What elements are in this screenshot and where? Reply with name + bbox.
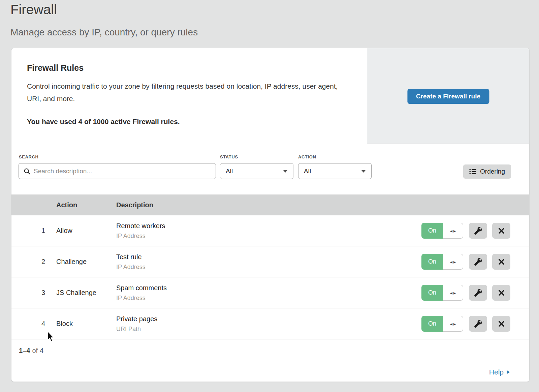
column-header-description: Description — [116, 201, 153, 209]
close-icon — [498, 320, 505, 328]
firewall-rules-card: Firewall Rules Control incoming traffic … — [11, 48, 530, 382]
close-icon — [498, 289, 505, 297]
help-link-label: Help — [489, 368, 504, 376]
ordering-button-label: Ordering — [480, 168, 505, 175]
rule-priority: 2 — [11, 258, 45, 266]
close-icon — [498, 227, 505, 235]
rules-table-body: 1 Allow Remote workers IP Address On ◂▸ — [11, 215, 529, 339]
help-bar: Help — [11, 362, 529, 382]
toggle-handle[interactable]: ◂▸ — [443, 223, 463, 239]
toggle-handle[interactable]: ◂▸ — [443, 285, 463, 301]
rule-enabled-toggle[interactable]: On ◂▸ — [421, 254, 463, 270]
chevron-down-icon — [361, 170, 366, 173]
toggle-arrows-icon: ◂▸ — [449, 259, 457, 265]
table-row: 4 Block Private pages URI Path On ◂▸ — [11, 308, 529, 339]
wrench-icon — [474, 289, 482, 297]
rule-match-type: IP Address — [116, 295, 167, 302]
action-select-value: All — [304, 168, 311, 175]
toggle-handle[interactable]: ◂▸ — [443, 316, 463, 332]
toggle-arrows-icon: ◂▸ — [449, 228, 457, 234]
rule-description: Test rule — [116, 253, 146, 261]
wrench-icon — [474, 258, 482, 266]
rule-match-type: IP Address — [116, 264, 146, 271]
rule-action: Block — [56, 320, 116, 328]
search-input[interactable] — [34, 168, 211, 175]
rules-intro-side-panel: Create a Firewall rule — [367, 48, 529, 144]
filters-bar: SEARCH STATUS All ACTION All — [11, 144, 529, 194]
close-icon — [498, 258, 505, 266]
toggle-on-segment[interactable]: On — [421, 316, 443, 332]
create-firewall-rule-button[interactable]: Create a Firewall rule — [407, 89, 489, 104]
wrench-icon — [474, 320, 482, 328]
mouse-cursor-icon — [47, 331, 55, 343]
ordering-list-icon — [469, 168, 477, 175]
toggle-arrows-icon: ◂▸ — [449, 290, 457, 296]
delete-rule-button[interactable] — [492, 254, 510, 270]
chevron-down-icon — [283, 170, 288, 173]
rule-description: Remote workers — [116, 222, 165, 230]
pagination-of: of — [32, 347, 38, 355]
rule-match-type: IP Address — [116, 233, 165, 240]
column-header-action: Action — [56, 201, 116, 209]
pagination-total: 4 — [40, 347, 43, 355]
delete-rule-button[interactable] — [492, 223, 510, 239]
toggle-on-segment[interactable]: On — [421, 285, 443, 301]
rules-intro-section: Firewall Rules Control incoming traffic … — [11, 48, 529, 144]
page-subtitle: Manage access by IP, country, or query r… — [10, 27, 198, 38]
table-row: 2 Challenge Test rule IP Address On ◂▸ — [11, 246, 529, 277]
rule-priority: 4 — [11, 320, 45, 328]
rules-usage-text: You have used 4 of 1000 active Firewall … — [27, 118, 180, 126]
search-label: SEARCH — [19, 154, 39, 159]
edit-rule-button[interactable] — [469, 254, 487, 270]
table-header: Action Description — [11, 194, 529, 215]
status-select-value: All — [226, 168, 233, 175]
wrench-icon — [474, 227, 482, 235]
rule-description: Private pages — [116, 315, 157, 323]
rules-intro-description: Control incoming traffic to your zone by… — [27, 80, 347, 105]
search-input-wrapper[interactable] — [19, 163, 216, 179]
toggle-handle[interactable]: ◂▸ — [443, 254, 463, 270]
help-arrow-icon — [507, 370, 510, 374]
help-link[interactable]: Help — [489, 368, 510, 376]
action-select[interactable]: All — [298, 163, 372, 179]
action-label: ACTION — [298, 154, 316, 159]
status-label: STATUS — [220, 154, 238, 159]
delete-rule-button[interactable] — [492, 285, 510, 301]
status-select[interactable]: All — [220, 163, 293, 179]
edit-rule-button[interactable] — [469, 316, 487, 332]
edit-rule-button[interactable] — [469, 223, 487, 239]
table-row: 1 Allow Remote workers IP Address On ◂▸ — [11, 215, 529, 246]
rule-priority: 3 — [11, 289, 45, 297]
firewall-page: Firewall Manage access by IP, country, o… — [0, 0, 539, 392]
rule-action: Allow — [56, 227, 116, 235]
rule-enabled-toggle[interactable]: On ◂▸ — [421, 285, 463, 301]
rules-intro-title: Firewall Rules — [27, 63, 84, 73]
rule-action: Challenge — [56, 258, 116, 266]
pagination-range: 1–4 — [19, 347, 30, 355]
rule-match-type: URI Path — [116, 326, 157, 333]
ordering-button[interactable]: Ordering — [463, 164, 511, 179]
toggle-on-segment[interactable]: On — [421, 223, 443, 239]
delete-rule-button[interactable] — [492, 316, 510, 332]
rule-enabled-toggle[interactable]: On ◂▸ — [421, 316, 463, 332]
pagination: 1–4 of 4 — [11, 339, 529, 362]
rule-action: JS Challenge — [56, 289, 116, 297]
toggle-on-segment[interactable]: On — [421, 254, 443, 270]
edit-rule-button[interactable] — [469, 285, 487, 301]
rule-enabled-toggle[interactable]: On ◂▸ — [421, 223, 463, 239]
rule-priority: 1 — [11, 227, 45, 235]
page-title: Firewall — [10, 2, 57, 17]
search-icon — [24, 168, 30, 175]
rule-description: Spam comments — [116, 284, 167, 292]
toggle-arrows-icon: ◂▸ — [449, 321, 457, 327]
table-row: 3 JS Challenge Spam comments IP Address … — [11, 277, 529, 308]
